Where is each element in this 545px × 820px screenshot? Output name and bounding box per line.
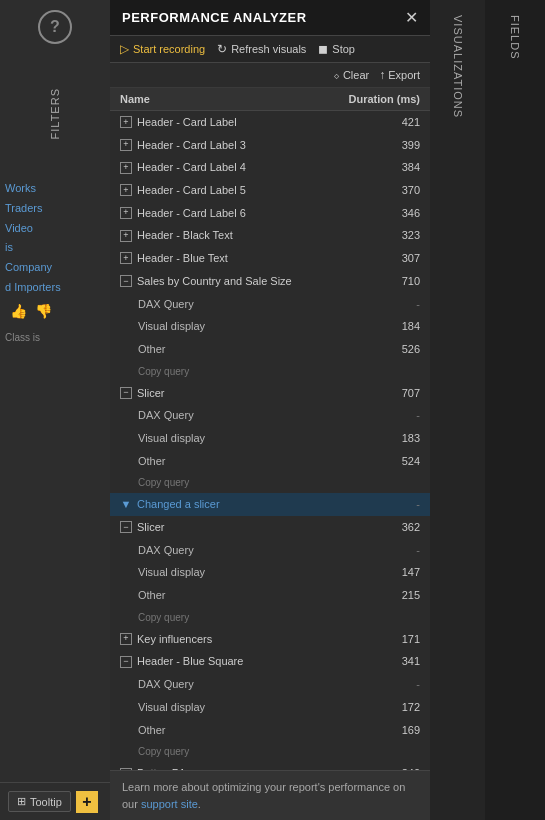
tooltip-button[interactable]: ⊞ Tooltip — [8, 791, 71, 812]
copy-query-row[interactable]: Copy query — [110, 741, 430, 762]
sidebar-items: Works Traders Video is Company d Importe… — [5, 179, 105, 298]
sub-row-name: Other — [138, 340, 166, 359]
table-row[interactable]: − Sales by Country and Sale Size 710 — [110, 270, 430, 293]
table-row[interactable]: + Header - Card Label 3 399 — [110, 134, 430, 157]
copy-query-label[interactable]: Copy query — [138, 743, 189, 760]
filters-panel: FILTERS — [46, 54, 64, 174]
refresh-visuals-button[interactable]: ↻ Refresh visuals — [217, 42, 306, 56]
close-button[interactable]: ✕ — [405, 8, 418, 27]
fields-sidebar: FIELDS — [485, 0, 545, 820]
table-row[interactable]: + Header - Blue Text 307 — [110, 247, 430, 270]
table-body[interactable]: + Header - Card Label 421 + Header - Car… — [110, 111, 430, 770]
duration-value: 362 — [380, 518, 420, 537]
copy-query-label[interactable]: Copy query — [138, 363, 189, 380]
slicer-changed-row: ▼ Changed a slicer - — [110, 493, 430, 516]
sub-row-name: Other — [138, 586, 166, 605]
minus-icon[interactable]: − — [120, 275, 132, 287]
duration-value: 421 — [380, 113, 420, 132]
sidebar-item[interactable]: d Importers — [5, 278, 105, 298]
sub-row-name: Visual display — [138, 429, 205, 448]
sidebar-item[interactable]: Traders — [5, 199, 105, 219]
duration-value: 384 — [380, 158, 420, 177]
table-sub-row: DAX Query - — [110, 539, 430, 562]
sub-duration-value: 184 — [380, 317, 420, 336]
export-icon: ↑ — [379, 68, 385, 82]
sub-row-name: DAX Query — [138, 541, 194, 560]
right-sidebars: VISUALIZATIONS FIELDS — [430, 0, 545, 820]
table-sub-row: Other 526 — [110, 338, 430, 361]
perf-panel: PERFORMANCE ANALYZER ✕ ▷ Start recording… — [110, 0, 430, 820]
copy-query-row[interactable]: Copy query — [110, 472, 430, 493]
table-sub-row: Other 215 — [110, 584, 430, 607]
refresh-icon: ↻ — [217, 42, 227, 56]
sub-duration-value: - — [380, 675, 420, 694]
plus-icon[interactable]: + — [120, 116, 132, 128]
sidebar-item[interactable]: Company — [5, 258, 105, 278]
left-sidebar: ? FILTERS Works Traders Video is Company… — [0, 0, 110, 820]
sidebar-item[interactable]: Works — [5, 179, 105, 199]
plus-icon[interactable]: + — [120, 184, 132, 196]
table-row[interactable]: + Key influencers 171 — [110, 628, 430, 651]
col-duration: Duration (ms) — [349, 93, 421, 105]
row-name: − Slicer — [120, 518, 165, 537]
export-button[interactable]: ↑ Export — [379, 68, 420, 82]
row-name: − Sales by Country and Sale Size — [120, 272, 292, 291]
filters-label: FILTERS — [49, 88, 61, 139]
row-name: − Header - Blue Square — [120, 652, 243, 671]
sub-duration-value: 215 — [380, 586, 420, 605]
sub-duration-value: 526 — [380, 340, 420, 359]
add-button[interactable]: + — [76, 791, 98, 813]
perf-title: PERFORMANCE ANALYZER — [122, 10, 307, 25]
sidebar-item[interactable]: Video — [5, 219, 105, 239]
copy-query-row[interactable]: Copy query — [110, 361, 430, 382]
thumbup-icon[interactable]: 👍 — [10, 303, 27, 319]
table-row[interactable]: + Header - Card Label 6 346 — [110, 202, 430, 225]
stop-button[interactable]: ◼ Stop — [318, 42, 355, 56]
minus-icon[interactable]: − — [120, 521, 132, 533]
row-name: + Header - Card Label 5 — [120, 181, 246, 200]
table-row[interactable]: − Slicer 362 — [110, 516, 430, 539]
table-row[interactable]: + Header - Card Label 5 370 — [110, 179, 430, 202]
table-sub-row: Visual display 184 — [110, 315, 430, 338]
plus-icon[interactable]: + — [120, 252, 132, 264]
table-row[interactable]: − Header - Blue Square 341 — [110, 650, 430, 673]
slicer-changed-duration: - — [380, 495, 420, 514]
duration-value: 171 — [380, 630, 420, 649]
tooltip-icon: ⊞ — [17, 795, 26, 808]
stop-icon: ◼ — [318, 42, 328, 56]
minus-icon[interactable]: − — [120, 387, 132, 399]
help-icon[interactable]: ? — [38, 10, 72, 44]
plus-icon[interactable]: + — [120, 207, 132, 219]
copy-query-row[interactable]: Copy query — [110, 607, 430, 628]
copy-query-label[interactable]: Copy query — [138, 474, 189, 491]
table-row[interactable]: + Header - Black Text 323 — [110, 224, 430, 247]
table-row[interactable]: − Slicer 707 — [110, 382, 430, 405]
minus-icon[interactable]: − — [120, 656, 132, 668]
duration-value: 346 — [380, 204, 420, 223]
copy-query-label[interactable]: Copy query — [138, 609, 189, 626]
table-sub-row: Other 524 — [110, 450, 430, 473]
table-row[interactable]: + Header - Card Label 421 — [110, 111, 430, 134]
sidebar-content: Works Traders Video is Company d Importe… — [0, 174, 110, 820]
duration-value: 707 — [380, 384, 420, 403]
table-row[interactable]: + Button P1 340 — [110, 762, 430, 770]
row-name: + Header - Card Label — [120, 113, 237, 132]
toolbar: ▷ Start recording ↻ Refresh visuals ◼ St… — [110, 36, 430, 63]
sub-duration-value: - — [380, 295, 420, 314]
support-link[interactable]: support site — [141, 798, 198, 810]
row-name: + Key influencers — [120, 630, 212, 649]
table-sub-row: Visual display 147 — [110, 561, 430, 584]
plus-icon[interactable]: + — [120, 230, 132, 242]
plus-icon[interactable]: + — [120, 633, 132, 645]
table-sub-row: DAX Query - — [110, 673, 430, 696]
play-icon: ▷ — [120, 42, 129, 56]
table-sub-row: Other 169 — [110, 719, 430, 742]
start-recording-button[interactable]: ▷ Start recording — [120, 42, 205, 56]
thumbdown-icon[interactable]: 👎 — [35, 303, 52, 319]
class-is-label: Class is — [5, 332, 105, 343]
clear-button[interactable]: ⬦ Clear — [333, 68, 369, 82]
plus-icon[interactable]: + — [120, 139, 132, 151]
table-row[interactable]: + Header - Card Label 4 384 — [110, 156, 430, 179]
viz-label: VISUALIZATIONS — [452, 15, 464, 118]
plus-icon[interactable]: + — [120, 162, 132, 174]
